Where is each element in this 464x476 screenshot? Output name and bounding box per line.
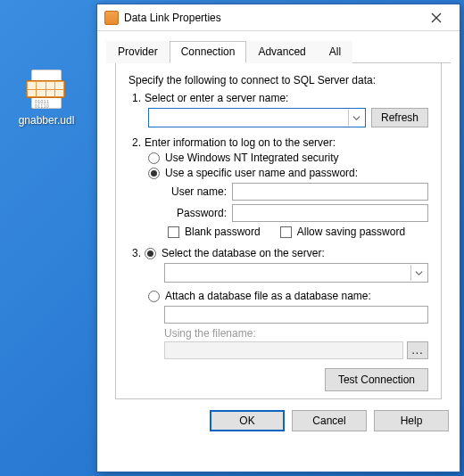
radio-icon: [145, 248, 156, 259]
database-combo[interactable]: [164, 263, 428, 283]
close-button[interactable]: [418, 5, 454, 30]
step2-label: Enter information to log on to the serve…: [145, 136, 428, 149]
close-icon: [431, 12, 442, 23]
instruction-text: Specify the following to connect to SQL …: [128, 74, 428, 86]
step2-number: 2.: [128, 136, 145, 149]
refresh-button[interactable]: Refresh: [371, 108, 428, 127]
chevron-down-icon: [415, 269, 423, 277]
radio-attach-db[interactable]: Attach a database file as a database nam…: [148, 290, 428, 302]
radio-userpass-label: Use a specific user name and password:: [165, 167, 358, 179]
tab-advanced[interactable]: Advanced: [246, 41, 317, 63]
radio-attach-label: Attach a database file as a database nam…: [165, 290, 371, 302]
using-filename-label: Using the filename:: [164, 327, 428, 340]
password-label: Password:: [164, 207, 232, 219]
dialog-title: Data Link Properties: [124, 12, 418, 24]
desktop-file-udl[interactable]: 0101101110 gnabber.udl: [14, 70, 79, 127]
tab-connection[interactable]: Connection: [170, 41, 247, 63]
ok-button[interactable]: OK: [210, 410, 285, 431]
radio-select-db-label: Select the database on the server:: [162, 247, 325, 259]
radio-nt-security[interactable]: Use Windows NT Integrated security: [148, 152, 428, 164]
step3-number: 3.: [128, 247, 145, 259]
check-allow-save-label: Allow saving password: [297, 226, 405, 238]
radio-icon: [148, 152, 160, 164]
password-input[interactable]: [232, 204, 428, 222]
radio-select-db[interactable]: Select the database on the server:: [145, 247, 325, 259]
help-button[interactable]: Help: [374, 410, 449, 431]
checkbox-icon: [168, 226, 179, 238]
tab-all[interactable]: All: [318, 41, 352, 63]
titlebar: Data Link Properties: [97, 4, 460, 31]
cancel-button[interactable]: Cancel: [292, 410, 367, 431]
browse-button[interactable]: ...: [407, 341, 428, 359]
chevron-down-icon: [352, 114, 360, 122]
check-allow-save[interactable]: Allow saving password: [280, 226, 405, 238]
database-dropdown[interactable]: [410, 265, 427, 281]
radio-icon: [148, 291, 160, 302]
check-blank-label: Blank password: [185, 226, 261, 238]
dialog-button-bar: OK Cancel Help: [97, 399, 460, 444]
desktop-file-label: gnabber.udl: [14, 114, 79, 127]
data-link-dialog: Data Link Properties Provider Connection…: [96, 4, 460, 472]
filename-input: [164, 341, 403, 359]
step1-label: Select or enter a server name:: [145, 92, 428, 104]
udl-file-icon: 0101101110: [26, 70, 67, 111]
connection-panel: Specify the following to connect to SQL …: [115, 63, 442, 399]
radio-icon: [148, 168, 160, 179]
tab-provider[interactable]: Provider: [106, 41, 170, 63]
attach-dbname-input[interactable]: [164, 306, 428, 324]
server-name-dropdown[interactable]: [348, 110, 364, 126]
server-name-combo[interactable]: [148, 108, 366, 127]
check-blank-password[interactable]: Blank password: [168, 226, 261, 238]
tab-strip: Provider Connection Advanced All: [106, 40, 451, 63]
username-input[interactable]: [232, 183, 428, 201]
app-icon: [104, 11, 119, 25]
username-label: User name:: [164, 185, 232, 198]
step1-number: 1.: [128, 92, 145, 104]
test-connection-button[interactable]: Test Connection: [325, 368, 428, 391]
server-name-input[interactable]: [153, 111, 344, 125]
checkbox-icon: [280, 226, 292, 238]
radio-userpass[interactable]: Use a specific user name and password:: [148, 167, 428, 179]
radio-nt-label: Use Windows NT Integrated security: [165, 152, 339, 164]
